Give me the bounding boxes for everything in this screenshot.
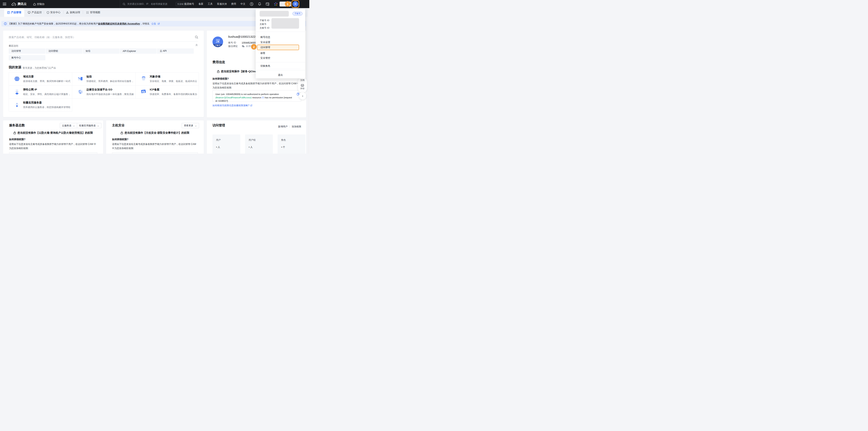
my-resources-subtitle: 暂无资源，为您推荐热门云产品: [23, 66, 56, 70]
redacted-account-values: [272, 18, 299, 29]
external-link-icon: [250, 105, 252, 107]
home-icon: [33, 3, 36, 5]
tab-management-view[interactable]: 管理视图: [83, 8, 103, 17]
tab-product-management[interactable]: 产品管理: [4, 8, 24, 17]
permission-instruction: 请将如下信息发送给主账号或具备权限授予能力的管理子用户，在访问管理 CAM 中为…: [213, 82, 301, 90]
page-scrollbar[interactable]: [308, 8, 309, 153]
topbar-link-tools[interactable]: 工具: [208, 2, 213, 6]
lighthouse-button[interactable]: 轻量应用服务器→: [77, 123, 101, 128]
hamburger-menu-icon[interactable]: [3, 3, 6, 5]
user-avatar[interactable]: 深: [292, 1, 298, 7]
main-account-label: 主账号: [259, 23, 267, 26]
notification-bell-icon[interactable]: [258, 2, 261, 6]
docs-link[interactable]: 文档: [300, 79, 305, 82]
error-detail-box: [112, 152, 198, 153]
product-eip[interactable]: 弹性公网 IP稳定、安全、弹性、高性能的云端计算服务，实时...: [9, 85, 72, 98]
how-to-get-permission-title: 如何获得权限?: [9, 138, 26, 141]
topbar-link-icp[interactable]: 备案: [198, 2, 204, 6]
menu-item-security-settings[interactable]: 安全设置: [256, 40, 305, 45]
copy-icon[interactable]: [297, 93, 299, 95]
cam-roles-card[interactable]: 角色 -个: [278, 135, 305, 153]
create-policy-help-link[interactable]: 如何根据无权限信息创建权限策略?: [213, 104, 252, 107]
product-edgeone[interactable]: 边缘安全加速平台 EO面向海外市场提供边缘一体化服务，聚焦流媒体与...: [72, 85, 135, 98]
add-user-link[interactable]: 新增用户: [278, 125, 288, 128]
recent-item-cloud-api[interactable]: 云 API: [157, 48, 194, 54]
product-icp[interactable]: ICP备案快速初审、免费幕布、备案补偿的网站备案办理服务: [135, 85, 199, 98]
billing-info-title: 费用信息: [213, 60, 225, 64]
menu-item-security-control[interactable]: 安全管控: [256, 56, 305, 61]
tencent-cloud-logo[interactable]: 腾讯云: [11, 2, 27, 6]
logout-button[interactable]: 退出: [256, 73, 305, 78]
menu-item-account-info[interactable]: 账号信息: [256, 34, 305, 40]
menu-item-access-management[interactable]: 访问管理: [257, 45, 299, 50]
collapse-side-panel-button[interactable]: ›: [299, 92, 306, 99]
product-search-input[interactable]: 搜索产品名称、缩写、功能名称（如：云服务器、快照等）: [9, 33, 198, 42]
topbar-link-group-account[interactable]: 集团账号: [184, 2, 194, 6]
tab-product-monitor[interactable]: 产品监控: [26, 8, 44, 17]
info-icon: [4, 22, 7, 25]
doc-grid-icon: [7, 11, 10, 14]
logo-text: 腾讯云: [18, 2, 27, 6]
menu-item-tags[interactable]: 标签: [256, 51, 305, 56]
collapse-chevrons-icon[interactable]: [195, 44, 198, 47]
host-security-card: 主机安全 查看更多→ 您当前没有操作【主机安全-获取安全事件统计】的权限 如何获…: [106, 120, 204, 153]
cam-user-groups-card[interactable]: 用户组 -人: [245, 135, 273, 153]
topbar-link-language[interactable]: 中文: [241, 2, 245, 6]
annotation-step-2: 2: [251, 44, 257, 50]
console-settings-icon[interactable]: [266, 2, 270, 6]
product-cos[interactable]: 对象存储安全稳定、海量、便捷、低延迟、低成本的云端存...: [135, 73, 199, 85]
recent-visit-label: 最近访问: [9, 44, 18, 48]
account-dropdown-panel: 子账号 子账号 ID 主账号 主账号 ID 账号信息 安全设置 访问管理 标签 …: [256, 9, 305, 78]
globe-icon: [14, 76, 20, 82]
add-permission-link[interactable]: 添加权限: [292, 125, 301, 128]
cam-users-card[interactable]: 用户 -人: [213, 135, 240, 153]
tab-security-center[interactable]: 安全中心: [44, 8, 63, 17]
side-helper-capsule: 文档 评价: [298, 77, 307, 93]
tab-architecture-governance[interactable]: 架构治理: [63, 8, 83, 17]
topbar-link-billing[interactable]: 费用: [231, 2, 236, 6]
view-more-button[interactable]: 查看更多→: [182, 123, 199, 128]
search-placeholder: 支持通过实例ID、IP、名称等搜索资源: [127, 2, 167, 6]
cam-title: 访问管理: [213, 123, 225, 127]
permission-error-box: User (uin: 10044528009) is not authorize…: [213, 90, 301, 102]
lock-icon: [217, 70, 220, 73]
rocket-icon: [14, 102, 20, 108]
feedback-link[interactable]: 评价: [300, 87, 305, 90]
product-sms[interactable]: 短信快速稳定、简单易用、触达全球的短信服务，支持...: [72, 73, 135, 85]
colorful-apps-icon[interactable]: [274, 2, 278, 6]
monitor-icon: [28, 11, 30, 14]
recent-item-sms[interactable]: 短信: [83, 48, 120, 54]
search-icon[interactable]: [195, 35, 198, 39]
service-icon[interactable]: [250, 2, 253, 6]
arrow-right-icon: →: [72, 124, 75, 127]
account-id-row: 账号 ID 10044528009: [228, 41, 259, 45]
how-to-get-permission-title: 如何获得权限?: [213, 77, 229, 81]
feedback-chat-icon[interactable]: [301, 84, 304, 87]
menu-item-switch-role[interactable]: 切换角色: [256, 63, 305, 69]
wechat-icon: [242, 45, 245, 48]
external-link-icon[interactable]: [158, 23, 160, 25]
product-lighthouse[interactable]: 轻量应用服务器简单易用的云服务器，助您快速构建并管理轻量级...: [9, 98, 72, 112]
redacted-username: [259, 11, 289, 17]
recent-item-cam[interactable]: 访问管理: [9, 48, 45, 54]
sub-account-id-label: 子账号 ID: [259, 19, 269, 22]
avatar-highlight-annotation: 深: [291, 0, 299, 8]
cvm-button[interactable]: 云服务器→: [60, 123, 77, 128]
cloud-logo-icon: [11, 2, 16, 6]
recent-item-access-key[interactable]: 访问密钥: [46, 48, 83, 54]
product-domain[interactable]: 域名注册提供域名注册、查询、购买到移动解析一站式满足...: [9, 73, 72, 85]
how-to-get-permission-title: 如何获得权限?: [112, 138, 128, 141]
error-detail-box: [9, 152, 97, 153]
error-policy-name: (finance:QCloudFinanceFullAccess): [215, 96, 251, 99]
icp-card-icon: [141, 89, 147, 95]
permission-instruction: 请将如下信息发送给主账号或具备权限授予能力的管理子用户，在访问管理 CAM 中为…: [112, 142, 198, 150]
topbar-link-support[interactable]: 客服支持: [217, 2, 227, 6]
recent-item-api-explorer[interactable]: API Explorer: [120, 48, 157, 54]
search-icon: [123, 3, 125, 5]
banner-announcement-link[interactable]: 公告: [151, 22, 156, 26]
global-search-input[interactable]: 支持通过实例ID、IP、名称等搜索资源: [120, 0, 167, 8]
layers-icon: [14, 89, 20, 95]
console-home-link[interactable]: 控制台: [33, 2, 45, 6]
recent-item-account-center[interactable]: 账号中心: [9, 55, 45, 60]
product-overview-card: 搜索产品名称、缩写、功能名称（如：云服务器、快照等） 最近访问 访问管理 访问密…: [3, 31, 204, 117]
